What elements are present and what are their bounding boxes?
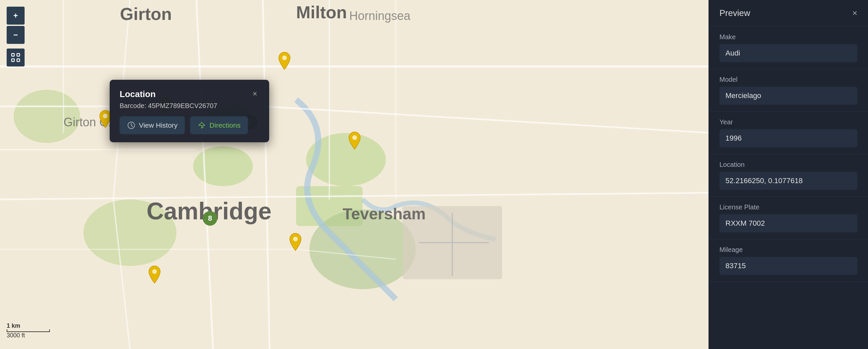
mileage-value: 83715: [719, 257, 857, 275]
svg-point-37: [103, 114, 108, 118]
directions-button[interactable]: Directions: [190, 116, 248, 134]
view-history-label: View History: [139, 121, 178, 129]
directions-label: Directions: [209, 121, 240, 129]
history-icon: [127, 121, 135, 130]
preview-close-button[interactable]: ×: [852, 8, 857, 18]
popup-close-button[interactable]: ×: [251, 89, 259, 98]
popup-barcode: Barcode: 45PMZ789EBCV26707: [120, 102, 259, 110]
svg-rect-32: [17, 54, 20, 56]
location-popup: Location × Barcode: 45PMZ789EBCV26707 Vi…: [110, 80, 269, 142]
svg-rect-33: [12, 59, 14, 62]
svg-text:Milton: Milton: [296, 3, 347, 22]
svg-text:Horningsea: Horningsea: [349, 9, 411, 23]
year-value: 1996: [719, 129, 857, 147]
preview-section-model: Model Mercielago: [709, 69, 868, 112]
model-label: Model: [719, 76, 857, 84]
make-label: Make: [719, 33, 857, 41]
preview-section-make: Make Audi: [709, 27, 868, 69]
svg-point-39: [293, 237, 298, 241]
model-value: Mercielago: [719, 87, 857, 105]
preview-panel: Preview × Make Audi Model Mercielago Yea…: [709, 0, 868, 349]
year-label: Year: [719, 118, 857, 126]
zoom-in-button[interactable]: +: [7, 7, 25, 25]
make-value: Audi: [719, 44, 857, 62]
svg-point-38: [352, 135, 357, 140]
preview-section-license-plate: License Plate RXXM 7002: [709, 197, 868, 239]
fullscreen-button[interactable]: [7, 49, 25, 66]
view-history-button[interactable]: View History: [120, 116, 185, 134]
map-controls: + −: [7, 7, 25, 66]
scale-bar: [7, 329, 50, 332]
svg-text:Girton: Girton: [120, 4, 172, 24]
popup-actions: View History Directions: [120, 116, 259, 134]
svg-rect-34: [17, 59, 20, 62]
preview-section-mileage: Mileage 83715: [709, 239, 868, 282]
preview-header: Preview ×: [709, 0, 868, 27]
directions-icon: [197, 121, 206, 130]
preview-section-location: Location 52.2166250, 0.1077618: [709, 154, 868, 197]
svg-text:Teversham: Teversham: [343, 205, 426, 223]
preview-section-year: Year 1996: [709, 112, 868, 154]
map-marker-6[interactable]: [148, 265, 161, 285]
svg-rect-31: [12, 54, 14, 56]
map-marker-1[interactable]: [277, 52, 291, 71]
fullscreen-icon: [11, 53, 20, 62]
scale-km-label: 1 km: [7, 322, 50, 329]
mileage-label: Mileage: [719, 246, 857, 254]
popup-header: Location ×: [120, 89, 259, 99]
map-scale: 1 km 3000 ft: [7, 322, 50, 339]
popup-title: Location: [120, 89, 156, 99]
zoom-out-button[interactable]: −: [7, 26, 25, 44]
scale-ft-label: 3000 ft: [7, 332, 50, 339]
svg-point-2: [193, 146, 253, 186]
preview-panel-title: Preview: [719, 8, 750, 18]
license-plate-value: RXXM 7002: [719, 214, 857, 232]
map-container[interactable]: Girton Milton Horningsea Girton C. Cambr…: [0, 0, 709, 349]
map-marker-4[interactable]: [348, 131, 362, 151]
svg-point-40: [152, 269, 157, 274]
location-label: Location: [719, 161, 857, 168]
cluster-badge-8[interactable]: 8: [203, 211, 217, 226]
license-plate-label: License Plate: [719, 203, 857, 211]
svg-point-35: [282, 56, 287, 60]
location-value: 52.2166250, 0.1077618: [719, 172, 857, 190]
map-marker-5[interactable]: [288, 233, 302, 253]
